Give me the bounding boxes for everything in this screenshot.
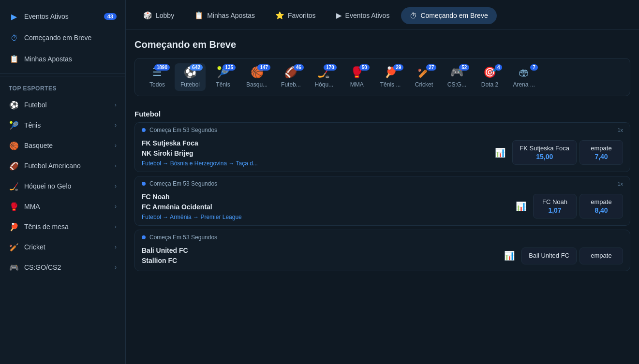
tab-comecando-breve[interactable]: ⏱ Começando em Breve	[401, 7, 496, 24]
hoquei-filter-label: Hóqu...	[314, 81, 333, 88]
sport-filter-carousel: 1890 ☰ Todos 642 ⚽ Futebol 135 🎾 Tênis 1…	[134, 58, 630, 96]
tab-favoritos[interactable]: ⭐ Favoritos	[267, 7, 325, 24]
sidebar-hoquei-label: Hóquei no Gelo	[24, 182, 71, 190]
hockey-icon: 🏒	[9, 181, 19, 191]
star-icon: ⭐	[275, 11, 284, 20]
event-2-stats-icon[interactable]: 📊	[514, 199, 528, 214]
event-3-outcome1-label: Bali United FC	[529, 252, 569, 259]
chevron-futebol-americano: ›	[115, 162, 117, 169]
sidebar-item-cricket[interactable]: 🏏 Cricket ›	[0, 237, 125, 257]
arena-filter-label: Arena ...	[513, 81, 535, 88]
bets-icon: 📋	[194, 11, 204, 20]
event-2-outcome2-label: empate	[591, 198, 611, 205]
top-navigation: 🎲 Lobby 📋 Minhas Apostas ⭐ Favoritos ▶ E…	[126, 0, 639, 29]
filter-basquete[interactable]: 147 🏀 Basqu...	[240, 63, 273, 91]
filter-csgo[interactable]: 52 🎮 CS:G...	[441, 63, 472, 91]
event-3-stats-icon[interactable]: 📊	[502, 248, 517, 263]
tab-favoritos-label: Favoritos	[288, 12, 316, 19]
sidebar-item-comecando-breve[interactable]: ⏱ Começando em Breve	[0, 27, 125, 48]
event-2-team2: FC Arménia Ocidental	[142, 202, 509, 212]
event-3-row: Bali United FC Stallion FC 📊 Bali United…	[135, 243, 630, 271]
sidebar-item-futebol-americano[interactable]: 🏈 Futebol Americano ›	[0, 156, 125, 176]
basketball-icon: 🏀	[9, 140, 19, 151]
event-row-2: Começa Em 53 Segundos 1x FC Noah FC Armé…	[134, 176, 630, 226]
tenis-filter-label: Tênis	[216, 81, 230, 88]
tennis-icon: 🎾	[9, 120, 19, 131]
event-3-outcome1[interactable]: Bali United FC	[521, 248, 577, 264]
chevron-cricket: ›	[115, 244, 117, 250]
filter-futebol-americano[interactable]: 46 🏈 Futeb...	[275, 63, 307, 91]
filter-tenis[interactable]: 135 🎾 Tênis	[208, 63, 238, 91]
fut-americano-label: Futeb...	[281, 81, 301, 88]
tabletennis-icon: 🏓	[9, 221, 19, 232]
event-2-status-text: Começa Em 53 Segundos	[149, 180, 217, 187]
tab-lobby[interactable]: 🎲 Lobby	[134, 7, 183, 24]
cricket-icon: 🏏	[9, 242, 19, 252]
hoquei-filter-count: 170	[324, 64, 337, 71]
dota2-filter-icon: 🎯	[483, 66, 496, 79]
chevron-csgo: ›	[115, 264, 117, 271]
csgo-filter-label: CS:G...	[447, 81, 466, 88]
event-1-stats-icon[interactable]: 📊	[493, 146, 507, 160]
sidebar-item-basquete[interactable]: 🏀 Basquete ›	[0, 135, 125, 156]
filter-dota2[interactable]: 4 🎯 Dota 2	[474, 63, 505, 91]
event-row-3: Começa Em 53 Segundos Bali United FC Sta…	[134, 230, 630, 271]
event-2-outcome1[interactable]: FC Noah 1,07	[533, 194, 577, 218]
event-1-outcome2-value: 7,40	[594, 153, 608, 160]
todos-count: 1890	[154, 64, 170, 71]
tenis-mesa-filter-count: 29	[393, 64, 403, 71]
sidebar-tenis-mesa-label: Tênis de mesa	[24, 223, 69, 231]
filter-hoquei[interactable]: 170 🏒 Hóqu...	[309, 63, 340, 91]
csgo-icon: 🎮	[9, 262, 19, 273]
football-icon: 🏈	[9, 160, 19, 171]
sidebar-item-futebol[interactable]: ⚽ Futebol ›	[0, 95, 125, 115]
event-2-suffix: 1x	[617, 181, 623, 187]
sidebar-item-hoquei[interactable]: 🏒 Hóquei no Gelo ›	[0, 176, 125, 196]
sidebar-item-tenis[interactable]: 🎾 Tênis ›	[0, 115, 125, 135]
mma-filter-label: MMA	[350, 81, 364, 88]
sidebar-item-minhas-apostas-top[interactable]: 📋 Minhas Apostas	[0, 48, 125, 70]
active-events-icon: ▶	[336, 11, 342, 20]
sidebar-section-title: Top Esportes	[0, 78, 125, 95]
event-1-suffix: 1x	[617, 127, 623, 133]
filter-mma[interactable]: 50 🥊 MMA	[342, 63, 372, 91]
event-1-teams: FK Sutjeska Foca NK Siroki Brijeg Futebo…	[142, 138, 488, 167]
status-dot-3	[142, 235, 146, 239]
basquete-filter-count: 147	[257, 64, 270, 71]
futebol-filter-label: Futebol	[180, 81, 200, 88]
filter-todos[interactable]: 1890 ☰ Todos	[142, 63, 173, 91]
status-dot-2	[142, 182, 146, 186]
event-3-odds: Bali United FC empate	[521, 248, 623, 264]
sidebar-item-eventos-ativos[interactable]: ▶ Eventos Ativos 43	[0, 6, 125, 27]
sidebar-item-csgo[interactable]: 🎮 CS:GO/CS2 ›	[0, 257, 125, 277]
sidebar-item-tenis-mesa[interactable]: 🏓 Tênis de mesa ›	[0, 217, 125, 237]
todos-label: Todos	[149, 81, 165, 88]
sidebar-item-mma[interactable]: 🥊 MMA ›	[0, 196, 125, 217]
event-2-status: Começa Em 53 Segundos 1x	[135, 176, 630, 189]
filter-tenis-mesa[interactable]: 29 🏓 Tênis ...	[374, 63, 407, 91]
event-1-outcome1[interactable]: FK Sutjeska Foca 15,00	[512, 140, 577, 165]
tenis-filter-count: 135	[223, 64, 236, 71]
event-2-outcome1-value: 1,07	[548, 206, 561, 214]
sidebar-divider-1	[0, 76, 125, 76]
filter-futebol[interactable]: 642 ⚽ Futebol	[175, 63, 206, 91]
event-1-outcome2[interactable]: empate 7,40	[580, 140, 623, 165]
filter-cricket[interactable]: 27 🏏 Cricket	[408, 63, 439, 91]
event-2-meta: Futebol → Armênia → Premier League	[142, 214, 509, 220]
event-2-outcome1-label: FC Noah	[542, 198, 567, 205]
sidebar-eventos-ativos-label: Eventos Ativos	[24, 13, 69, 20]
tab-eventos-ativos-label: Eventos Ativos	[345, 12, 390, 19]
dota2-filter-label: Dota 2	[481, 81, 498, 88]
event-3-status-text: Começa Em 53 Segundos	[149, 234, 217, 241]
tab-minhas-apostas[interactable]: 📋 Minhas Apostas	[186, 7, 264, 24]
chevron-hoquei: ›	[115, 183, 117, 189]
filter-arena[interactable]: 7 🏟 Arena ...	[507, 63, 540, 91]
tab-eventos-ativos[interactable]: ▶ Eventos Ativos	[327, 7, 399, 24]
sidebar-cricket-label: Cricket	[24, 243, 45, 251]
event-1-outcome1-value: 15,00	[536, 153, 553, 160]
event-1-meta: Futebol → Bósnia e Herzegovina → Taça d.…	[142, 160, 488, 167]
event-2-teams: FC Noah FC Arménia Ocidental Futebol → A…	[142, 192, 509, 220]
event-2-outcome2[interactable]: empate 8,40	[580, 194, 623, 218]
event-3-outcome2[interactable]: empate	[580, 248, 623, 264]
sidebar-minhas-apostas-label: Minhas Apostas	[24, 55, 72, 63]
